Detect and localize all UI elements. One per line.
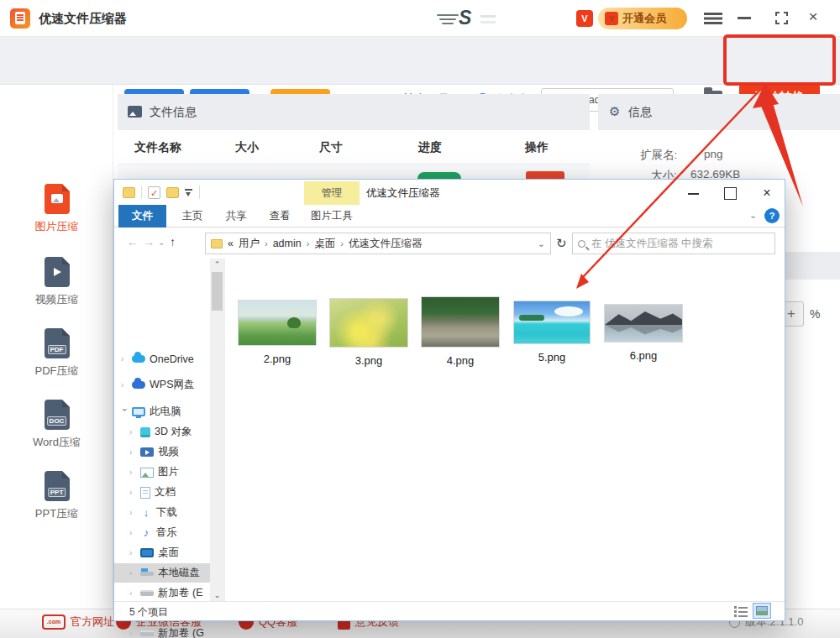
breadcrumb-part[interactable]: admin — [273, 238, 302, 249]
details-view-icon[interactable] — [734, 605, 748, 617]
tree-item-videos[interactable]: ›视频 — [114, 442, 218, 462]
sidebar-item-pdf-compress[interactable]: PDF PDF压缩 — [0, 328, 113, 379]
explorer-close-icon[interactable]: × — [754, 186, 780, 201]
file-item-5[interactable]: 5.png — [514, 301, 590, 363]
refresh-icon[interactable]: ↻ — [556, 236, 567, 251]
ext-label: 扩展名: — [640, 148, 677, 163]
vip-icon: V — [605, 12, 618, 25]
sidebar-item-video-compress[interactable]: 视频压缩 — [0, 257, 113, 307]
close-icon[interactable]: × — [803, 7, 823, 27]
search-icon — [578, 240, 585, 248]
cloud-icon — [132, 355, 145, 363]
file-item-2[interactable]: 2.png — [239, 301, 316, 365]
scroll-up-icon[interactable]: ⌃ — [210, 260, 224, 269]
thumbnail-view-icon[interactable] — [753, 603, 771, 619]
maximize-icon[interactable] — [774, 11, 789, 25]
info-panel-header: ⚙ 信息 — [598, 94, 840, 130]
tree-item-pictures[interactable]: ›图片 — [114, 463, 218, 482]
tab-home[interactable]: 主页 — [173, 205, 212, 227]
breadcrumb-part[interactable]: 桌面 — [314, 237, 335, 251]
document-icon — [140, 487, 150, 499]
tree-item-3d-objects[interactable]: ›3D 对象 — [114, 422, 218, 442]
video-icon — [140, 447, 154, 457]
folder-icon[interactable] — [166, 187, 179, 198]
app-logo-icon — [10, 8, 30, 29]
tree-item-downloads[interactable]: ›↓下载 — [114, 503, 218, 522]
ppt-compress-icon: PPT — [45, 471, 70, 501]
sidebar-label: PDF压缩 — [0, 363, 113, 379]
tree-scrollbar[interactable]: ⌃ ⌄ — [210, 259, 224, 601]
image-compress-icon — [45, 184, 70, 214]
tree-item-desktop[interactable]: ›桌面 — [114, 543, 218, 562]
file-item-4[interactable]: 4.png — [422, 297, 499, 367]
folder-icon — [211, 239, 223, 248]
back-icon[interactable]: ← — [127, 235, 139, 248]
official-website-link[interactable]: .com 官方网址 — [42, 614, 114, 630]
app-title: 优速文件压缩器 — [39, 11, 127, 27]
tab-picture-tools[interactable]: 图片工具 — [304, 205, 360, 227]
screen: 优速文件压缩器 S V V 开通会员 × 添加文件 添加目录 清除列表 输出目录… — [0, 0, 840, 638]
website-icon: .com — [42, 614, 66, 630]
item-count: 5 个项目 — [129, 605, 168, 620]
explorer-minimize-icon[interactable] — [681, 186, 706, 201]
breadcrumb-collapse[interactable]: « — [228, 238, 234, 249]
scroll-thumb[interactable] — [212, 272, 223, 311]
file-info-panel-header: 文件信息 — [118, 94, 590, 130]
sidebar-item-word-compress[interactable]: DOC Word压缩 — [0, 400, 113, 450]
file-thumbnail — [239, 301, 316, 345]
explorer-maximize-icon[interactable] — [717, 186, 743, 201]
file-thumbnail — [330, 299, 407, 347]
open-membership-button[interactable]: V 开通会员 — [598, 8, 687, 29]
computer-icon — [132, 407, 145, 416]
qat-dropdown-icon[interactable] — [185, 188, 193, 196]
disk-icon — [140, 590, 154, 596]
navigation-tree: ›OneDrive ›WPS网盘 ›此电脑 ›3D 对象 ›视频 ›图片 ›文档… — [114, 259, 225, 601]
tab-file[interactable]: 文件 — [118, 205, 166, 227]
breadcrumb-part[interactable]: 优速文件压缩器 — [349, 237, 423, 251]
recent-dropdown-icon[interactable]: ⌄ — [158, 238, 165, 247]
search-box[interactable] — [572, 233, 775, 254]
forward-icon[interactable]: → — [143, 235, 155, 248]
file-info-title: 文件信息 — [150, 105, 197, 120]
up-icon[interactable]: ↑ — [170, 235, 176, 248]
image-icon — [128, 106, 142, 118]
explorer-titlebar: ✓ 管理 优速文件压缩器 × — [114, 180, 785, 205]
sidebar-item-image-compress[interactable]: 图片压缩 — [0, 184, 113, 234]
file-item-3[interactable]: 3.png — [330, 299, 407, 367]
breadcrumb[interactable]: « 用户 › admin › 桌面 › 优速文件压缩器 ⌄ — [205, 233, 551, 254]
desktop-icon — [140, 548, 154, 557]
tree-item-onedrive[interactable]: ›OneDrive — [114, 349, 218, 369]
col-dimensions: 尺寸 — [319, 140, 343, 155]
sidebar-label: Word压缩 — [0, 435, 113, 450]
music-icon: ♪ — [140, 526, 152, 539]
file-item-6[interactable]: 6.png — [605, 305, 682, 362]
download-icon: ↓ — [140, 506, 152, 519]
tree-item-local-disk[interactable]: ›本地磁盘 — [114, 563, 218, 583]
tree-item-music[interactable]: ›♪音乐 — [114, 523, 218, 542]
vip-icon: V — [576, 10, 593, 27]
search-input[interactable] — [590, 237, 769, 250]
ribbon-expand-icon[interactable]: ⌄ — [749, 210, 757, 221]
breadcrumb-part[interactable]: 用户 — [239, 237, 260, 251]
file-grid: 2.png 3.png 4.png 5.png 6.png — [225, 259, 785, 601]
address-dropdown-icon[interactable]: ⌄ — [538, 238, 545, 249]
checkmark-icon[interactable]: ✓ — [148, 186, 160, 199]
word-compress-icon: DOC — [45, 400, 70, 430]
tree-item-new-volume-e[interactable]: ›新加卷 (E — [114, 583, 218, 603]
sidebar-item-ppt-compress[interactable]: PPT PPT压缩 — [0, 471, 113, 521]
help-icon[interactable]: ? — [764, 208, 780, 223]
tree-item-wps[interactable]: ›WPS网盘 — [114, 375, 218, 395]
menu-icon[interactable] — [704, 13, 722, 24]
col-filename: 文件名称 — [134, 140, 181, 155]
minimize-icon[interactable] — [738, 17, 751, 19]
scroll-down-icon[interactable]: ⌄ — [210, 591, 224, 599]
tree-item-new-volume-g[interactable]: ›新加卷 (G — [114, 624, 218, 638]
tab-share[interactable]: 共享 — [217, 205, 255, 227]
tab-view[interactable]: 查看 — [260, 205, 299, 227]
explorer-statusbar: 5 个项目 — [114, 601, 785, 620]
tree-item-documents[interactable]: ›文档 — [114, 483, 218, 502]
app-toolbar: 添加文件 添加目录 清除列表 输出目录: 自定义 ··· 开始转换 — [0, 37, 840, 85]
tree-item-this-pc[interactable]: ›此电脑 — [114, 402, 218, 421]
ext-value: png — [704, 148, 723, 160]
manage-contextual-tab[interactable]: 管理 — [304, 181, 360, 205]
